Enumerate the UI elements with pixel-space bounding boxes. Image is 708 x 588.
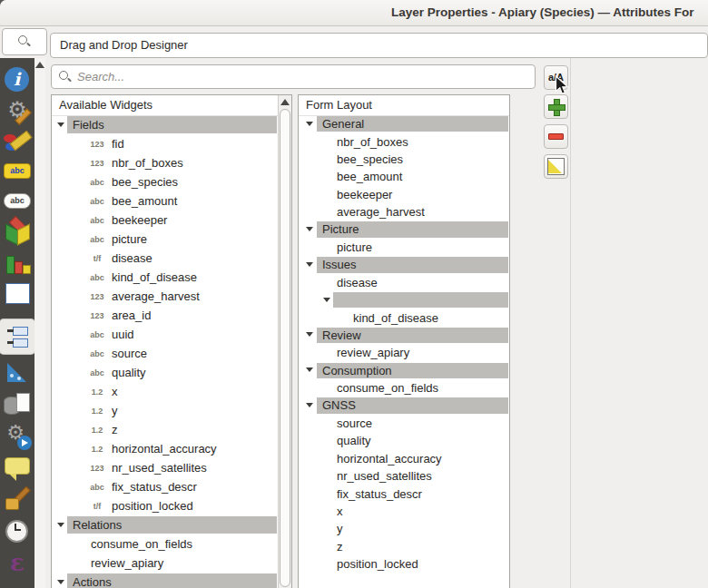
tree-group-row[interactable]: Fields [52, 115, 278, 134]
tree-item-row[interactable]: abcpicture [52, 230, 278, 249]
sidebar-page-broom-icon[interactable] [2, 484, 33, 514]
scroll-up-icon[interactable] [35, 62, 44, 68]
row-label: review_apiary [91, 554, 163, 573]
tree-item-row[interactable]: y [299, 520, 509, 537]
tree-item-row[interactable]: nbr_of_boxes [299, 132, 509, 150]
chevron-down-icon[interactable] [57, 580, 64, 584]
chevron-down-icon[interactable] [306, 403, 313, 407]
tree-item-row[interactable]: 123nbr_of_boxes [52, 153, 278, 172]
field-type-badge: abc [86, 344, 108, 363]
tree-item-row[interactable]: bee_species [299, 151, 509, 168]
chevron-down-icon[interactable] [57, 523, 64, 527]
chevron-down-icon[interactable] [323, 298, 330, 302]
sidebar-page-table-icon[interactable] [2, 278, 33, 309]
search-input[interactable] [51, 64, 536, 89]
sidebar-page-speech-bubble-icon[interactable] [2, 452, 33, 483]
tree-item-row[interactable]: abckind_of_disease [52, 268, 278, 287]
tree-group-row[interactable] [299, 291, 509, 309]
tree-item-row[interactable]: 123nr_used_satellites [52, 458, 278, 477]
tree-item-row[interactable]: kind_of_disease [299, 309, 509, 326]
tree-item-row[interactable]: 123fid [52, 134, 278, 153]
sidebar-page-cube-3d-icon[interactable] [2, 216, 33, 247]
tree-item-row[interactable]: abcbee_amount [52, 191, 278, 211]
available-widgets-panel: Available Widgets Fields123fid123nbr_of_… [51, 94, 292, 588]
sidebar-page-paintbrush-icon[interactable] [2, 125, 33, 156]
chevron-down-icon[interactable] [57, 122, 64, 127]
tree-group-row[interactable]: GNSS [299, 397, 509, 414]
pages-filter-box[interactable] [2, 28, 47, 55]
available-widgets-tree[interactable]: Fields123fid123nbr_of_boxesabcbee_specie… [52, 115, 278, 588]
tree-item-row[interactable]: t/fposition_locked [52, 496, 278, 515]
tree-item-row[interactable]: abcuuid [52, 325, 278, 344]
sidebar-page-database-page-icon[interactable] [2, 388, 33, 419]
title-bar[interactable]: Layer Properties - Apiary (Species) — At… [0, 0, 708, 26]
designer-select[interactable]: Drag and Drop Designer [50, 33, 708, 58]
tree-item-row[interactable]: 1.2z [52, 420, 278, 439]
group-label: General [317, 116, 508, 132]
tree-item-row[interactable]: quality [299, 432, 509, 449]
chevron-down-icon[interactable] [306, 227, 313, 231]
tree-item-row[interactable]: 1.2y [52, 401, 278, 420]
scroll-up-icon[interactable] [280, 99, 290, 105]
tree-item-row[interactable]: 1.2x [52, 382, 278, 401]
sidebar-page-epsilon-icon[interactable]: ε [2, 547, 33, 578]
tree-item-row[interactable]: z [299, 538, 509, 555]
tree-item-row[interactable]: beekeeper [299, 186, 509, 203]
tree-group-row[interactable]: Actions [52, 573, 278, 588]
chevron-down-icon[interactable] [306, 368, 313, 372]
tree-group-row[interactable]: General [299, 115, 509, 132]
tree-item-row[interactable]: bee_amount [299, 168, 509, 185]
tree-item-row[interactable]: disease [299, 274, 509, 291]
tree-item-row[interactable]: 123area_id [52, 306, 278, 325]
tree-group-row[interactable]: Relations [52, 515, 278, 534]
tree-group-row[interactable]: Review [299, 327, 509, 344]
tree-item-row[interactable]: abcfix_status_descr [52, 477, 278, 496]
add-button[interactable] [544, 94, 568, 119]
tree-item-row[interactable]: fix_status_descr [299, 485, 509, 502]
tree-item-row[interactable]: nr_used_satellites [299, 467, 509, 485]
tree-item-row[interactable]: horizontal_accuracy [299, 450, 509, 467]
pages-sidebar-scrollbar[interactable] [34, 58, 45, 588]
panel-divider [570, 58, 571, 588]
sidebar-page-gear-play-icon[interactable]: ⚙ [2, 420, 33, 451]
tree-item-row[interactable]: review_apiary [52, 554, 278, 573]
tree-item-row[interactable]: consume_on_fields [299, 379, 509, 397]
form-layout-tree[interactable]: Generalnbr_of_boxesbee_speciesbee_amount… [299, 115, 509, 588]
sidebar-page-info-circle-icon[interactable]: i [2, 64, 33, 95]
tree-item-row[interactable]: abcquality [52, 363, 278, 382]
scrollbar-thumb[interactable] [280, 109, 290, 587]
tree-scrollbar[interactable] [278, 95, 291, 588]
chevron-down-icon[interactable] [306, 332, 313, 337]
tree-item-row[interactable]: review_apiary [299, 344, 509, 361]
tree-item-row[interactable]: 1.2horizontal_accuracy [52, 439, 278, 458]
tree-item-row[interactable]: picture [299, 239, 509, 256]
tree-item-row[interactable]: source [299, 415, 509, 432]
field-type-badge: abc [86, 172, 108, 191]
tree-item-row[interactable]: abcsource [52, 344, 278, 363]
tree-group-row[interactable]: Issues [299, 256, 509, 273]
remove-button[interactable] [544, 124, 568, 149]
designer-select-value: Drag and Drop Designer [51, 34, 707, 57]
chevron-down-icon[interactable] [306, 262, 313, 267]
sidebar-page-clock-icon[interactable] [2, 515, 33, 546]
tree-item-row[interactable]: abcbee_species [52, 172, 278, 191]
sidebar-page-form-icon[interactable] [2, 321, 33, 352]
tree-group-row[interactable]: Consumption [299, 362, 509, 379]
sidebar-page-label-abc-icon[interactable]: abc [2, 155, 33, 186]
tree-item-row[interactable]: 123average_harvest [52, 287, 278, 306]
sidebar-page-funnel-icon[interactable] [2, 357, 33, 387]
chevron-down-icon[interactable] [306, 122, 313, 126]
sidebar-page-wrench-gear-icon[interactable]: ⚙ [2, 95, 33, 126]
tree-item-row[interactable]: abcbeekeeper [52, 211, 278, 230]
sidebar-page-mask-abc-icon[interactable]: abc [2, 185, 33, 216]
tree-item-row[interactable]: average_harvest [299, 203, 509, 220]
yellow-triangle-button[interactable] [544, 154, 568, 179]
tree-item-row[interactable]: consume_on_fields [52, 534, 278, 554]
tree-item-row[interactable]: position_locked [299, 555, 509, 573]
tree-item-row[interactable]: x [299, 503, 509, 520]
tree-item-row[interactable]: t/fdisease [52, 249, 278, 268]
sidebar-page-chart-bars-icon[interactable] [2, 247, 33, 278]
group-bar: General [317, 116, 508, 132]
tree-group-row[interactable]: Picture [299, 220, 509, 238]
row-label: horizontal_accuracy [112, 439, 217, 458]
